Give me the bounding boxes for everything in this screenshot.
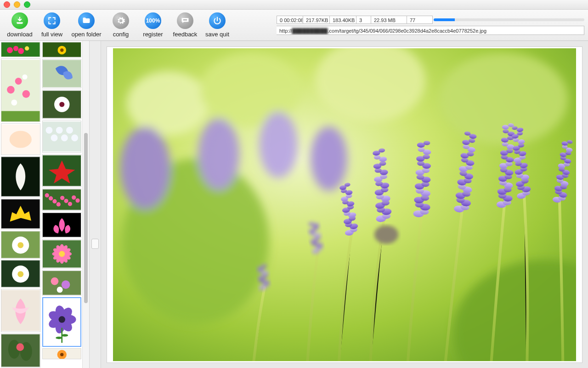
svg-point-40	[66, 127, 73, 134]
openfolder-button[interactable]: open folder	[68, 12, 105, 38]
svg-point-2	[7, 47, 13, 53]
register-icon: 100%	[145, 12, 161, 29]
thumb-col-right	[41, 41, 83, 368]
lavender-image	[113, 48, 576, 361]
svg-point-69	[51, 277, 58, 285]
stat-threads: 3	[356, 16, 371, 24]
thumbnail[interactable]	[1, 42, 40, 57]
svg-point-4	[18, 48, 24, 54]
close-icon[interactable]	[4, 1, 10, 8]
thumbnail[interactable]	[42, 121, 82, 153]
preview-image[interactable]	[107, 46, 582, 363]
svg-point-46	[52, 199, 57, 203]
stat-elapsed: 0 00:02:08	[277, 16, 303, 24]
gutter-collapse-button[interactable]	[91, 239, 99, 249]
svg-point-52	[75, 198, 79, 202]
config-label: config	[113, 31, 129, 38]
url-prefix: http://	[279, 28, 292, 34]
thumbnail[interactable]	[42, 212, 82, 238]
svg-point-93	[198, 118, 239, 190]
svg-point-47	[56, 202, 60, 207]
svg-point-3	[13, 46, 18, 51]
stat-disk: 22.93 MB	[371, 16, 407, 24]
svg-point-278	[374, 225, 398, 244]
current-url[interactable]: http://██████████.com/target/tg/345/094/…	[277, 26, 584, 35]
savequit-label: save quit	[205, 31, 229, 38]
svg-point-19	[17, 242, 23, 248]
svg-point-45	[48, 196, 52, 201]
fullview-label: full view	[41, 31, 62, 38]
svg-point-49	[64, 199, 68, 203]
progress-bar	[434, 16, 584, 24]
svg-point-39	[61, 134, 68, 141]
svg-rect-12	[1, 111, 40, 122]
svg-point-71	[57, 287, 62, 293]
svg-point-92	[120, 126, 170, 209]
svg-point-14	[10, 131, 32, 148]
thumbnail[interactable]	[42, 239, 82, 269]
svg-point-48	[60, 196, 64, 200]
feedback-button[interactable]: feedback	[169, 12, 201, 38]
savequit-button[interactable]: save quit	[201, 12, 233, 38]
svg-point-9	[22, 90, 30, 98]
download-label: download	[7, 31, 33, 38]
minimize-icon[interactable]	[14, 1, 20, 8]
thumbnail[interactable]	[42, 297, 82, 347]
svg-point-87	[127, 71, 209, 136]
openfolder-label: open folder	[71, 31, 101, 38]
stat-size-down: 217.97KB	[303, 16, 330, 24]
thumbnail[interactable]	[1, 289, 40, 332]
feedback-label: feedback	[173, 31, 198, 38]
svg-point-36	[45, 127, 52, 134]
svg-point-7	[7, 86, 15, 94]
feedback-icon	[177, 12, 193, 29]
svg-point-51	[72, 196, 76, 200]
svg-point-67	[59, 251, 65, 257]
svg-point-82	[61, 334, 68, 336]
thumbnail[interactable]	[1, 156, 40, 198]
svg-point-41	[71, 134, 78, 141]
url-path: .com/target/tg/345/094/066/0298e0c3928d4…	[328, 28, 486, 34]
thumb-scrollbar[interactable]	[82, 41, 89, 368]
thumbnail[interactable]	[1, 123, 40, 155]
thumbnail[interactable]	[1, 334, 40, 368]
stat-count: 77	[407, 16, 433, 24]
svg-point-95	[311, 126, 347, 191]
thumbnail[interactable]	[1, 58, 40, 122]
fullview-icon	[44, 12, 60, 29]
thumbnail[interactable]	[42, 270, 82, 296]
thumbnail[interactable]	[1, 231, 40, 259]
thumbnail[interactable]	[42, 189, 82, 211]
svg-point-85	[60, 353, 63, 356]
svg-point-38	[56, 127, 62, 134]
svg-point-8	[15, 78, 22, 85]
power-icon	[209, 12, 226, 29]
sidebar-gutter	[90, 41, 101, 368]
svg-point-44	[45, 193, 49, 197]
zoom-icon[interactable]	[24, 1, 30, 8]
download-button[interactable]: download	[4, 12, 36, 38]
svg-point-11	[22, 75, 27, 80]
preview-panel	[101, 41, 588, 368]
thumbnail[interactable]	[42, 59, 82, 88]
thumbnail[interactable]	[1, 260, 40, 288]
stats-panel: 0 00:02:08 217.97KB 183.40KB 3 22.93 MB …	[235, 10, 588, 40]
titlebar	[0, 0, 588, 10]
svg-point-81	[56, 337, 62, 339]
thumbnail[interactable]	[42, 154, 82, 187]
svg-point-37	[51, 134, 57, 141]
svg-point-34	[59, 102, 64, 107]
thumbnail[interactable]	[42, 90, 82, 119]
svg-rect-0	[183, 20, 187, 21]
register-label: register	[143, 31, 163, 38]
config-button[interactable]: config	[105, 12, 137, 38]
thumbnail[interactable]	[42, 42, 82, 58]
thumbnail[interactable]	[1, 199, 40, 229]
svg-point-50	[68, 202, 72, 206]
thumbnail[interactable]	[42, 348, 82, 359]
stat-size-total: 183.40KB	[330, 16, 356, 24]
svg-point-94	[259, 112, 298, 178]
url-host: ██████████	[292, 26, 328, 35]
register-button[interactable]: 100% register	[137, 12, 169, 38]
fullview-button[interactable]: full view	[36, 12, 68, 38]
